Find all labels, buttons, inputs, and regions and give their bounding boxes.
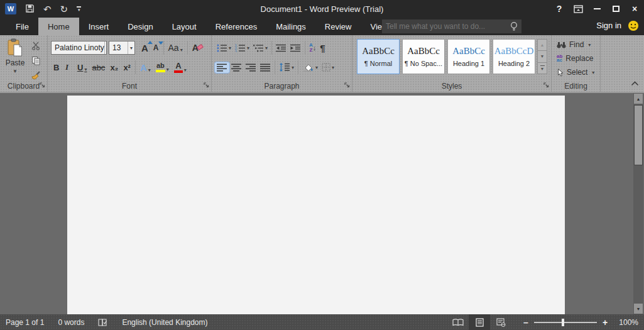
select-button[interactable]: Select bbox=[557, 67, 594, 78]
help-button[interactable]: ? bbox=[550, 0, 569, 18]
maximize-button[interactable] bbox=[606, 0, 625, 18]
font-size-dropdown-icon[interactable] bbox=[128, 41, 134, 54]
tell-me-input[interactable] bbox=[386, 22, 510, 31]
tab-references[interactable]: References bbox=[206, 18, 266, 35]
grow-font-button[interactable]: A bbox=[139, 41, 151, 55]
zoom-in-button[interactable]: + bbox=[599, 317, 611, 327]
zoom-percentage[interactable]: 100% bbox=[611, 318, 638, 327]
undo-button[interactable]: ↶ bbox=[43, 4, 52, 14]
sort-button[interactable]: A Z ↓ bbox=[307, 41, 318, 54]
increase-indent-button[interactable] bbox=[288, 43, 303, 53]
tab-mailings[interactable]: Mailings bbox=[266, 18, 315, 35]
borders-button[interactable] bbox=[320, 62, 336, 73]
decrease-indent-button[interactable] bbox=[274, 43, 288, 53]
italic-button[interactable]: I bbox=[63, 61, 75, 74]
style-heading-2[interactable]: AaBbCcD Heading 2 bbox=[493, 39, 535, 74]
find-button[interactable]: Find bbox=[557, 39, 594, 50]
styles-dialog-launcher[interactable] bbox=[543, 80, 549, 90]
format-painter-button[interactable] bbox=[29, 69, 43, 82]
font-dialog-launcher[interactable] bbox=[204, 80, 209, 90]
justify-button[interactable] bbox=[258, 62, 273, 73]
scroll-up-button[interactable]: ▲ bbox=[634, 94, 643, 104]
tab-insert[interactable]: Insert bbox=[79, 18, 119, 35]
ribbon-tabs: File Home Insert Design Layout Reference… bbox=[0, 18, 397, 35]
font-name-dropdown-icon[interactable] bbox=[104, 41, 107, 54]
bullets-button[interactable] bbox=[215, 43, 233, 53]
numbering-button[interactable]: 123 bbox=[233, 43, 251, 53]
styles-scroll-up-button[interactable]: ▲ bbox=[537, 39, 547, 51]
paste-dropdown-icon[interactable]: ▼ bbox=[13, 69, 18, 74]
proofing-status-button[interactable] bbox=[98, 318, 108, 327]
paste-clipboard-icon bbox=[7, 38, 23, 57]
subscript-button[interactable]: x₂ bbox=[107, 62, 121, 74]
clipboard-dialog-launcher[interactable] bbox=[40, 80, 45, 90]
scrollbar-thumb[interactable] bbox=[634, 105, 643, 165]
ribbon-display-options-button[interactable] bbox=[569, 0, 587, 18]
multilevel-list-button[interactable] bbox=[251, 43, 270, 53]
style-name: Heading 1 bbox=[453, 60, 484, 67]
tell-me-box[interactable] bbox=[382, 19, 521, 33]
chevron-down-icon: ▼ bbox=[540, 67, 545, 71]
styles-more-button[interactable]: ▼ bbox=[537, 62, 547, 74]
zoom-slider-thumb[interactable] bbox=[562, 319, 564, 326]
align-left-button[interactable] bbox=[215, 62, 229, 73]
cut-button[interactable] bbox=[29, 39, 43, 52]
language-status[interactable]: English (United Kingdom) bbox=[122, 318, 207, 327]
tab-file[interactable]: File bbox=[6, 18, 38, 35]
ribbon: Paste ▼ Clipboard bbox=[0, 35, 644, 93]
shrink-font-button[interactable]: A bbox=[151, 42, 161, 53]
binoculars-icon bbox=[557, 41, 566, 48]
sign-in-button[interactable]: Sign in bbox=[596, 21, 621, 30]
styles-scroll-down-button[interactable]: ▼ bbox=[537, 50, 547, 62]
change-case-button[interactable]: Aa bbox=[166, 41, 185, 54]
superscript-button[interactable]: x² bbox=[121, 62, 133, 74]
align-center-button[interactable] bbox=[229, 62, 244, 73]
zoom-out-button[interactable]: – bbox=[520, 317, 532, 327]
text-effects-button[interactable]: A bbox=[138, 61, 153, 74]
account-smiley-icon[interactable] bbox=[628, 20, 639, 31]
tab-layout[interactable]: Layout bbox=[163, 18, 206, 35]
vertical-scrollbar[interactable]: ▲ ▼ bbox=[633, 93, 643, 314]
page-count-status[interactable]: Page 1 of 1 bbox=[6, 318, 44, 327]
zoom-control: – + bbox=[520, 317, 611, 327]
print-layout-button[interactable] bbox=[469, 314, 490, 330]
font-size-combobox[interactable]: 13 bbox=[109, 41, 135, 55]
paste-button[interactable]: Paste ▼ bbox=[4, 38, 26, 82]
text-highlight-button[interactable]: ab bbox=[153, 61, 172, 74]
zoom-slider[interactable] bbox=[534, 322, 597, 323]
tab-design[interactable]: Design bbox=[118, 18, 162, 35]
paragraph-row-2 bbox=[215, 59, 350, 75]
show-paragraph-marks-button[interactable]: ¶ bbox=[318, 41, 327, 55]
clear-formatting-button[interactable]: A bbox=[190, 41, 205, 54]
replace-button[interactable]: ab ac Replace bbox=[557, 53, 594, 64]
scroll-down-button[interactable]: ▼ bbox=[634, 304, 643, 314]
word-count-status[interactable]: 0 words bbox=[58, 318, 84, 327]
close-button[interactable]: × bbox=[625, 0, 644, 18]
dialog-launcher-icon bbox=[344, 82, 350, 88]
collapse-ribbon-button[interactable] bbox=[631, 79, 639, 88]
web-layout-button[interactable] bbox=[490, 314, 511, 330]
editing-buttons: Find ab ac Replace Select bbox=[557, 39, 594, 78]
font-color-button[interactable]: A bbox=[172, 60, 189, 74]
style-normal[interactable]: AaBbCc ¶ Normal bbox=[357, 39, 400, 74]
style-no-spacing[interactable]: AaBbCc ¶ No Spac... bbox=[402, 39, 445, 74]
paragraph-dialog-launcher[interactable] bbox=[344, 80, 350, 90]
font-name-combobox[interactable]: Palatino Linoty bbox=[51, 41, 107, 55]
tab-review[interactable]: Review bbox=[315, 18, 361, 35]
document-page[interactable] bbox=[67, 96, 565, 314]
bold-button[interactable]: B bbox=[51, 62, 63, 74]
save-button[interactable] bbox=[25, 4, 35, 14]
tab-home[interactable]: Home bbox=[38, 18, 79, 35]
strikethrough-button[interactable]: abc bbox=[89, 62, 107, 74]
align-right-icon bbox=[246, 63, 256, 72]
customize-quick-access-button[interactable]: ▾ bbox=[77, 6, 81, 11]
underline-button[interactable]: U bbox=[75, 62, 89, 74]
line-spacing-button[interactable] bbox=[277, 62, 296, 73]
redo-button[interactable]: ↻ bbox=[60, 4, 68, 14]
shading-button[interactable] bbox=[300, 62, 320, 73]
minimize-button[interactable] bbox=[587, 0, 606, 18]
style-heading-1[interactable]: AaBbCc Heading 1 bbox=[447, 39, 490, 74]
copy-button[interactable] bbox=[29, 54, 43, 67]
align-right-button[interactable] bbox=[244, 62, 258, 73]
read-mode-button[interactable] bbox=[447, 314, 469, 330]
